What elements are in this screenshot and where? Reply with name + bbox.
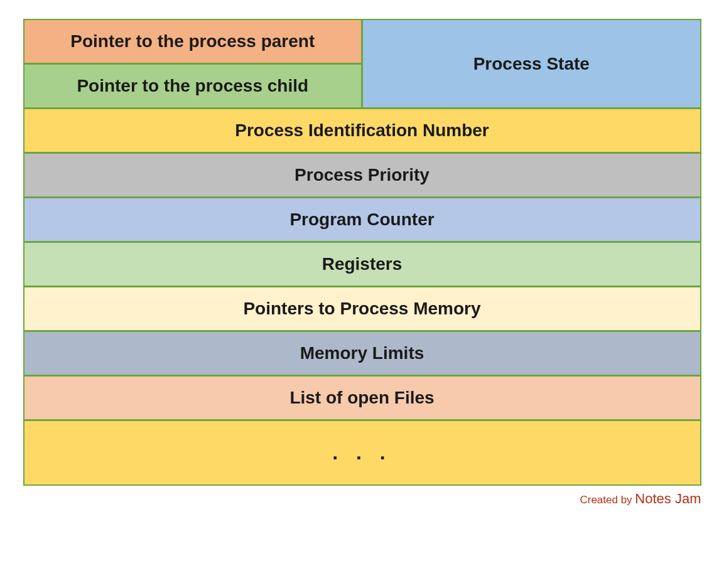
cell-process-state: Process State bbox=[363, 20, 700, 107]
cell-open-files: List of open Files bbox=[24, 377, 700, 419]
cell-pointer-parent: Pointer to the process parent bbox=[24, 20, 362, 63]
credit-line: Created by Notes Jam bbox=[23, 491, 701, 507]
cell-more: . . . bbox=[24, 421, 700, 484]
cell-pid: Process Identification Number bbox=[24, 109, 700, 152]
cell-program-counter: Program Counter bbox=[24, 198, 700, 241]
cell-memory-limits: Memory Limits bbox=[24, 332, 700, 375]
credit-prefix: Created by bbox=[580, 494, 635, 506]
cell-memory-pointers: Pointers to Process Memory bbox=[24, 287, 700, 330]
cell-pointer-child: Pointer to the process child bbox=[24, 65, 362, 107]
pcb-diagram: Pointer to the process parent Pointer to… bbox=[23, 19, 701, 486]
cell-registers: Registers bbox=[24, 243, 700, 286]
cell-priority: Process Priority bbox=[24, 154, 700, 196]
credit-name: Notes Jam bbox=[635, 491, 701, 506]
